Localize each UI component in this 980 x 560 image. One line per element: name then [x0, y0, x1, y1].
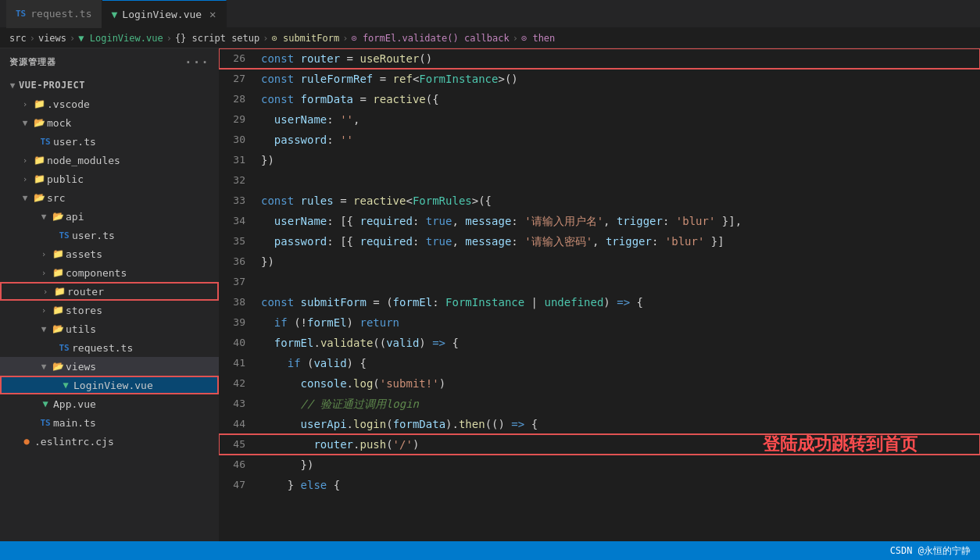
- tab-request-ts[interactable]: TS request.ts: [6, 0, 102, 28]
- mock-user-label: user.ts: [53, 136, 96, 148]
- sidebar-item-eslintrc[interactable]: ● .eslintrc.cjs: [0, 432, 219, 451]
- token: |: [524, 296, 544, 309]
- token: router: [301, 52, 341, 65]
- line-content: const submitForm = (formEl: FormInstance…: [258, 292, 980, 312]
- line-content: if (valid) {: [258, 353, 980, 373]
- dot-icon: ●: [19, 436, 34, 447]
- token: (: [301, 357, 314, 369]
- folder-icon: 📂: [31, 117, 47, 128]
- sidebar-menu-icon[interactable]: ···: [184, 55, 209, 70]
- sidebar-item-main-ts[interactable]: TS main.ts: [0, 413, 219, 432]
- api-user-label: user.ts: [72, 230, 115, 241]
- sidebar-item-utils[interactable]: ▼ 📂 utils: [0, 319, 219, 338]
- token: : [{: [327, 215, 359, 227]
- sidebar-item-components[interactable]: › 📁 components: [0, 263, 219, 282]
- sidebar-item-src[interactable]: ▼ 📂 src: [0, 188, 219, 207]
- line-number: 37: [219, 272, 258, 292]
- sidebar: 资源管理器 ··· ▼ VUE-PROJECT › 📁 .vscode ▼ 📂 …: [0, 48, 219, 541]
- token: '/': [393, 438, 413, 451]
- sidebar-item-api[interactable]: ▼ 📂 api: [0, 207, 219, 226]
- token: console: [301, 377, 347, 390]
- code-line-34: 34 userName: [{ required: true, message:…: [219, 211, 980, 231]
- bc-src: src: [9, 33, 27, 44]
- folder-icon: 📁: [52, 286, 67, 297]
- sidebar-item-mock[interactable]: ▼ 📂 mock: [0, 113, 219, 132]
- line-content: userName: '',: [258, 109, 980, 130]
- token: [261, 113, 274, 126]
- sidebar-item-loginview[interactable]: ▼ LoginView.vue: [0, 376, 219, 394]
- token: =: [373, 73, 392, 85]
- sidebar-item-stores[interactable]: › 📁 stores: [0, 301, 219, 319]
- bc-views: views: [38, 33, 66, 44]
- folder-icon: 📁: [50, 248, 66, 259]
- token: (): [419, 52, 432, 65]
- token: (!: [288, 316, 307, 329]
- app-vue-label: App.vue: [53, 398, 96, 410]
- sidebar-item-node-modules[interactable]: › 📁 node_modules: [0, 151, 219, 169]
- token: formEl: [307, 316, 347, 329]
- line-content: userName: [{ required: true, message: '请…: [258, 211, 980, 231]
- line-content: }): [258, 251, 980, 272]
- token: required: [359, 235, 412, 248]
- status-text: CSDN @永恒的宁静: [890, 544, 971, 558]
- stores-label: stores: [66, 305, 102, 316]
- token: validate: [320, 337, 373, 349]
- token: userName: [274, 113, 327, 126]
- chevron-right-icon: ›: [38, 305, 50, 316]
- token: [261, 316, 274, 329]
- sidebar-item-public[interactable]: › 📁 public: [0, 169, 219, 188]
- token: :: [511, 215, 524, 227]
- status-bar: CSDN @永恒的宁静: [0, 541, 980, 560]
- code-editor[interactable]: 26const router = useRouter()27const rule…: [219, 48, 980, 541]
- token: trigger: [606, 235, 652, 248]
- code-line-38: 38const submitForm = (formEl: FormInstan…: [219, 292, 980, 312]
- line-number: 34: [219, 211, 258, 231]
- token: .: [347, 377, 353, 390]
- token: :: [327, 113, 340, 126]
- token: formEl: [274, 337, 314, 349]
- code-line-39: 39 if (!formEl) return: [219, 312, 980, 333]
- tab-loginview-vue[interactable]: ▼ LoginView.vue ✕: [102, 0, 227, 28]
- token: <: [406, 194, 412, 207]
- token: {: [630, 296, 643, 309]
- sidebar-item-views[interactable]: ▼ 📂 views: [0, 357, 219, 376]
- bc-script: {} script setup: [175, 33, 259, 44]
- folder-icon: 📂: [50, 361, 66, 372]
- token: :: [327, 134, 340, 146]
- token: undefined: [544, 296, 603, 309]
- sidebar-item-request-ts[interactable]: TS request.ts: [0, 338, 219, 357]
- line-content: }): [258, 150, 980, 170]
- token: ((): [485, 418, 512, 430]
- token: (: [373, 377, 379, 390]
- sidebar-item-api-user[interactable]: TS user.ts: [0, 226, 219, 244]
- line-number: 39: [219, 312, 258, 333]
- token: ).: [445, 418, 459, 430]
- sidebar-item-app-vue[interactable]: ▼ App.vue: [0, 394, 219, 413]
- code-content: 26const router = useRouter()27const rule…: [219, 48, 980, 541]
- line-number: 45: [219, 434, 258, 455]
- loginview-label: LoginView.vue: [73, 380, 153, 391]
- vscode-label: .vscode: [47, 98, 90, 110]
- token: 'blur': [665, 235, 705, 248]
- line-content: const ruleFormRef = ref<FormInstance>(): [258, 69, 980, 89]
- line-content: router.push('/'): [258, 434, 980, 455]
- token: =: [340, 52, 359, 65]
- token: '请输入密码': [524, 235, 592, 248]
- code-line-32: 32: [219, 170, 980, 191]
- line-number: 46: [219, 455, 258, 475]
- sidebar-item-assets[interactable]: › 📁 assets: [0, 244, 219, 263]
- line-number: 31: [219, 150, 258, 170]
- token: [261, 377, 301, 390]
- sidebar-item-mock-user[interactable]: TS user.ts: [0, 132, 219, 151]
- tab-loginview-label: LoginView.vue: [122, 9, 202, 20]
- token: if: [274, 316, 288, 329]
- token: [261, 235, 274, 248]
- chevron-right-icon: ›: [19, 99, 31, 109]
- token: [261, 418, 301, 430]
- sidebar-item-router[interactable]: › 📁 router: [0, 282, 219, 301]
- main-ts-label: main.ts: [53, 417, 96, 429]
- close-icon[interactable]: ✕: [209, 8, 216, 20]
- tree-root[interactable]: ▼ VUE-PROJECT: [0, 76, 219, 95]
- sidebar-item-vscode[interactable]: › 📁 .vscode: [0, 95, 219, 113]
- line-number: 28: [219, 89, 258, 109]
